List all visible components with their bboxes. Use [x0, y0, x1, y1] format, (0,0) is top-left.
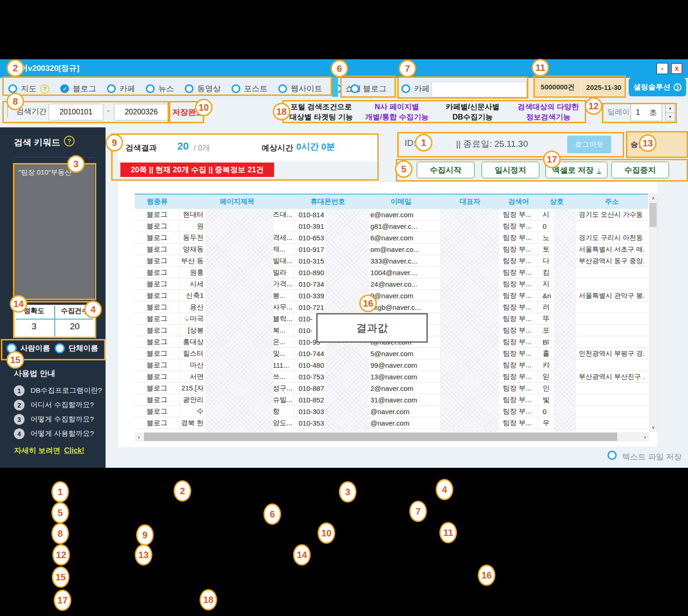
cell-address: 서울특별시 서초구 매.	[575, 244, 648, 255]
scroll-left-icon[interactable]: ‹	[135, 432, 143, 441]
secondary-tab-카페[interactable]: 카페	[401, 78, 430, 100]
logout-button[interactable]: 로그아웃	[567, 136, 611, 153]
column-header-7[interactable]: 상호	[538, 197, 575, 206]
cell-keyword: 팀장 부...	[499, 220, 538, 232]
nav-tab-카페[interactable]: 카페	[107, 83, 135, 94]
cell-keyword: 팀장 부...	[499, 348, 538, 359]
usage-guide-item[interactable]: 3어떻게 수집할까요?	[14, 414, 94, 425]
cell-web-type: 블로그	[135, 383, 180, 394]
cell-web-type: 블로그	[135, 371, 180, 382]
cell-title-left: 원	[181, 222, 204, 231]
nav-tab-동영상[interactable]: 동영상	[185, 83, 221, 94]
progress-banner: 20쪽 || 현재 20개 수집 || 중복정보 21건	[120, 163, 274, 177]
cell-web-type: 블로그	[135, 209, 180, 220]
legend-badge-18: 18	[200, 589, 217, 610]
close-button[interactable]: X	[671, 63, 682, 74]
legend-badge-1: 1	[51, 481, 69, 503]
radio-icon[interactable]	[60, 84, 69, 93]
start-collect-button[interactable]: 수집시작	[417, 162, 475, 178]
text-file-save-radio[interactable]	[607, 451, 617, 460]
radio-icon[interactable]	[231, 84, 240, 93]
minimize-button[interactable]: -	[657, 63, 668, 74]
delay-input[interactable]: 1 초	[631, 104, 662, 121]
stepper-up-icon[interactable]: ▲	[666, 104, 675, 113]
cell-web-type: 블로그	[135, 348, 180, 359]
keyword-help-icon[interactable]: ?	[64, 136, 75, 146]
nav-tab-label: 카페	[119, 83, 135, 94]
delay-stepper[interactable]: ▲ ▼	[665, 104, 675, 121]
click-link[interactable]: Click!	[64, 446, 84, 454]
secondary-tab-블로그[interactable]: 블로그	[350, 78, 387, 100]
radio-icon[interactable]	[185, 84, 194, 93]
cell-title-left: 215.[자	[181, 384, 204, 393]
radio-icon[interactable]	[8, 84, 17, 93]
cell-keyword: 팀장 부...	[499, 406, 538, 417]
period-to-input[interactable]	[114, 104, 169, 120]
cell-title-left: 원흥	[181, 268, 204, 277]
cell-web-type: 블로그	[135, 336, 180, 347]
scroll-right-icon[interactable]: ›	[641, 432, 649, 441]
vertical-scrollbar[interactable]: ∧ ∨	[649, 194, 657, 432]
column-header-8[interactable]: 주소	[575, 197, 648, 206]
horizontal-scrollbar[interactable]: ‹ ›	[135, 432, 649, 441]
cell-keyword: 팀장 부...	[499, 313, 538, 324]
radio-icon[interactable]	[401, 84, 410, 93]
excel-save-button[interactable]: 엑셀로 저장↓	[545, 162, 607, 178]
cell-title-left: 시세	[181, 280, 204, 289]
column-header-5[interactable]: 대표자	[441, 197, 499, 206]
usage-guide-item[interactable]: 2어디서 수집할까요?	[14, 400, 94, 410]
redaction-band	[205, 209, 274, 432]
cell-email: 9@naver.com	[361, 290, 441, 301]
secondary-tab-label: 카페	[414, 83, 430, 94]
cell-title-right: 슈빌...	[273, 396, 294, 404]
keyword-textarea[interactable]: "팀장 010"부동산	[14, 164, 94, 299]
nav-tab-뉴스[interactable]: 뉴스	[146, 83, 174, 94]
stepper-down-icon[interactable]: ▼	[666, 113, 675, 121]
nav-tab-웹사이트[interactable]: 웹사이트	[278, 83, 322, 94]
person-name-radio[interactable]: 사람이름	[6, 343, 50, 353]
cell-address	[575, 220, 648, 232]
usage-item-label: 어떻게 사용할까요?	[31, 429, 94, 439]
column-header-3[interactable]: 휴대폰번호	[294, 197, 361, 206]
usage-number-icon: 1	[14, 385, 25, 396]
nav-tab-블로그[interactable]: 블로그	[60, 83, 96, 94]
keyword-title: 검색 키워드	[14, 137, 60, 149]
legend-badge-10: 10	[318, 522, 335, 544]
radio-icon[interactable]	[6, 343, 17, 353]
cafe-search-input[interactable]	[432, 82, 527, 97]
horizontal-scroll-thumb[interactable]	[144, 433, 617, 441]
divider	[54, 306, 55, 336]
cell-address	[575, 336, 648, 347]
result-count: 20	[177, 140, 188, 152]
usage-guide-item[interactable]: 1DB수집프로그램이란?	[14, 385, 102, 396]
cell-web-type: 블로그	[135, 417, 180, 428]
scroll-up-icon[interactable]: ∧	[650, 194, 657, 202]
radio-icon[interactable]	[350, 84, 359, 93]
pause-button[interactable]: 일시정지	[482, 162, 539, 178]
radio-icon[interactable]	[278, 84, 287, 93]
stop-collect-button[interactable]: 수집중지	[611, 162, 669, 178]
legend-badge-9: 9	[136, 524, 154, 546]
legend-badge-16: 16	[478, 565, 495, 586]
radio-icon[interactable]	[107, 84, 116, 93]
feature-line: 개별/통합 수집기능	[359, 112, 435, 122]
accuracy-label: 정확도	[14, 307, 54, 315]
help-icon[interactable]: ?	[40, 84, 50, 94]
vertical-scroll-thumb[interactable]	[650, 203, 657, 227]
sidebar: 검색 키워드 ? "팀장 010"부동산 정확도 수집건수 3 20 사람이름 …	[0, 127, 106, 468]
column-header-4[interactable]: 이메일	[361, 197, 441, 206]
column-header-1[interactable]: 웹종류	[135, 197, 180, 206]
feature-line: 검색대상의 다양한	[511, 102, 587, 112]
group-name-radio[interactable]: 단체이름	[55, 343, 98, 353]
usage-guide-item[interactable]: 4어떻게 사용할까요?	[14, 428, 94, 439]
cell-email: g81@naver.c...	[361, 220, 441, 232]
nav-tab-포스트[interactable]: 포스트	[231, 83, 268, 94]
radio-icon[interactable]	[146, 84, 155, 93]
radio-icon[interactable]	[55, 343, 65, 353]
column-header-2[interactable]: 페이지제목	[180, 197, 294, 206]
nav-tab-지도[interactable]: 지도?	[8, 83, 50, 94]
selling-solution-button[interactable]: 샐링솔루션❯	[629, 78, 686, 96]
scroll-down-icon[interactable]: ∨	[650, 423, 657, 431]
period-from-input[interactable]	[49, 104, 103, 120]
column-header-6[interactable]: 검색어	[499, 197, 538, 206]
